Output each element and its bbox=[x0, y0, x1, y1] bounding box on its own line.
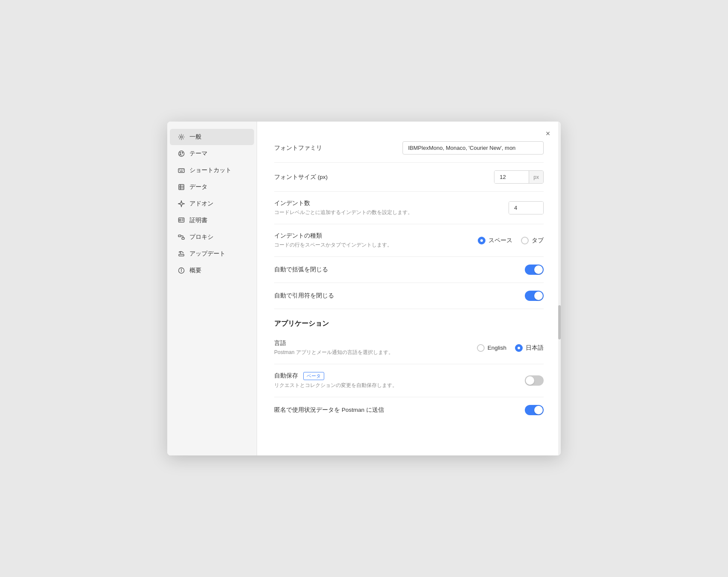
svg-point-25 bbox=[181, 269, 182, 270]
font-family-input[interactable] bbox=[402, 141, 544, 155]
language-label-group: 言語 Postman アプリとメール通知の言語を選択します。 bbox=[274, 339, 477, 356]
language-japanese-radio-circle bbox=[515, 344, 523, 352]
language-sublabel: Postman アプリとメール通知の言語を選択します。 bbox=[274, 349, 477, 356]
language-japanese-radio[interactable]: 日本語 bbox=[515, 344, 544, 352]
main-content: フォントファミリ フォントサイズ (px) px インデント数 コードレベルごと… bbox=[257, 122, 561, 455]
svg-rect-19 bbox=[182, 238, 184, 239]
auto-close-quote-label: 自動で引用符を閉じる bbox=[274, 292, 334, 300]
autosave-row: 自動保存 ベータ リクエストとコレクションの変更を自動保存します。 bbox=[274, 364, 544, 397]
auto-close-quote-row: 自動で引用符を閉じる bbox=[274, 283, 544, 309]
about-icon bbox=[178, 267, 185, 274]
sidebar-label-updates: アップデート bbox=[189, 250, 225, 258]
sidebar-label-certificates: 証明書 bbox=[189, 217, 207, 224]
autosave-sublabel: リクエストとコレクションの変更を自動保存します。 bbox=[274, 382, 525, 389]
indent-type-label: インデントの種類 bbox=[274, 232, 478, 240]
indent-count-input[interactable] bbox=[509, 202, 543, 214]
anonymous-usage-toggle-knob bbox=[534, 406, 543, 414]
language-english-label: English bbox=[488, 345, 506, 351]
sidebar-item-certificates[interactable]: 証明書 bbox=[170, 212, 254, 229]
svg-point-0 bbox=[181, 136, 183, 138]
sidebar-item-about[interactable]: 概要 bbox=[170, 262, 254, 279]
language-row: 言語 Postman アプリとメール通知の言語を選択します。 English 日… bbox=[274, 332, 544, 364]
sidebar-label-general: 一般 bbox=[189, 133, 201, 141]
language-english-radio-circle bbox=[477, 344, 485, 352]
data-icon bbox=[178, 183, 185, 191]
sidebar-item-theme[interactable]: テーマ bbox=[170, 146, 254, 162]
indent-type-tab-label: タブ bbox=[532, 237, 544, 244]
indent-count-row: インデント数 コードレベルごとに追加するインデントの数を設定します。 bbox=[274, 192, 544, 224]
auto-close-bracket-label: 自動で括弧を閉じる bbox=[274, 266, 328, 274]
svg-rect-22 bbox=[179, 254, 184, 256]
indent-count-label: インデント数 bbox=[274, 199, 509, 207]
settings-dialog: × 一般 テーマ bbox=[167, 122, 561, 455]
font-family-row: フォントファミリ bbox=[274, 134, 544, 163]
svg-point-1 bbox=[179, 151, 184, 157]
svg-rect-5 bbox=[178, 169, 184, 173]
sidebar-item-general[interactable]: 一般 bbox=[170, 129, 254, 145]
sidebar: 一般 テーマ bbox=[167, 122, 257, 455]
auto-close-quote-toggle[interactable] bbox=[525, 291, 544, 301]
sidebar-item-shortcuts[interactable]: ショートカット bbox=[170, 162, 254, 178]
sidebar-item-updates[interactable]: アップデート bbox=[170, 246, 254, 262]
sidebar-label-theme: テーマ bbox=[189, 150, 207, 158]
sidebar-item-data[interactable]: データ bbox=[170, 179, 254, 195]
svg-point-2 bbox=[180, 152, 181, 153]
sidebar-item-addons[interactable]: アドオン bbox=[170, 196, 254, 212]
anonymous-usage-toggle[interactable] bbox=[525, 405, 544, 415]
indent-type-tab-radio-circle bbox=[521, 237, 529, 244]
indent-count-label-group: インデント数 コードレベルごとに追加するインデントの数を設定します。 bbox=[274, 199, 509, 216]
scrollbar-thumb[interactable] bbox=[558, 305, 561, 339]
indent-type-tab-radio[interactable]: タブ bbox=[521, 237, 544, 244]
svg-rect-18 bbox=[178, 235, 181, 237]
indent-type-row: インデントの種類 コードの行をスペースかタブでインデントします。 スペース タブ bbox=[274, 224, 544, 257]
sidebar-label-data: データ bbox=[189, 183, 207, 191]
font-family-label: フォントファミリ bbox=[274, 144, 322, 152]
font-size-label: フォントサイズ (px) bbox=[274, 173, 328, 181]
indent-type-radio-group: スペース タブ bbox=[478, 237, 544, 244]
certificate-icon bbox=[178, 217, 185, 224]
font-size-input[interactable] bbox=[494, 171, 529, 183]
autosave-label: 自動保存 ベータ bbox=[274, 372, 525, 380]
autosave-toggle[interactable] bbox=[525, 375, 544, 386]
sidebar-label-about: 概要 bbox=[189, 267, 201, 274]
sparkle-icon bbox=[178, 200, 185, 208]
scrollbar bbox=[558, 122, 561, 455]
indent-count-sublabel: コードレベルごとに追加するインデントの数を設定します。 bbox=[274, 209, 509, 216]
sidebar-item-proxy[interactable]: プロキシ bbox=[170, 229, 254, 245]
font-size-unit: px bbox=[529, 171, 543, 183]
language-label: 言語 bbox=[274, 339, 477, 347]
indent-type-space-label: スペース bbox=[488, 237, 512, 244]
auto-close-bracket-toggle[interactable] bbox=[525, 265, 544, 275]
svg-rect-10 bbox=[179, 184, 184, 190]
indent-type-space-radio-circle bbox=[478, 237, 485, 244]
auto-close-bracket-row: 自動で括弧を閉じる bbox=[274, 257, 544, 283]
language-radio-group: English 日本語 bbox=[477, 344, 544, 352]
autosave-label-group: 自動保存 ベータ リクエストとコレクションの変更を自動保存します。 bbox=[274, 372, 525, 389]
autosave-toggle-knob bbox=[526, 376, 534, 385]
keyboard-icon bbox=[178, 167, 185, 174]
language-english-radio[interactable]: English bbox=[477, 344, 506, 352]
svg-point-15 bbox=[179, 219, 181, 221]
font-size-row: フォントサイズ (px) px bbox=[274, 163, 544, 192]
sidebar-label-shortcuts: ショートカット bbox=[189, 167, 231, 174]
svg-point-3 bbox=[182, 152, 183, 153]
indent-count-input-group bbox=[509, 201, 544, 214]
language-japanese-label: 日本語 bbox=[526, 344, 544, 352]
auto-close-bracket-toggle-knob bbox=[534, 265, 543, 274]
application-section-header: アプリケーション bbox=[274, 309, 544, 332]
update-icon bbox=[178, 250, 185, 258]
indent-type-sublabel: コードの行をスペースかタブでインデントします。 bbox=[274, 241, 478, 249]
font-size-input-group: px bbox=[494, 170, 544, 184]
anonymous-usage-row: 匿名で使用状況データを Postman に送信 bbox=[274, 397, 544, 423]
proxy-icon bbox=[178, 233, 185, 241]
auto-close-quote-toggle-knob bbox=[534, 291, 543, 300]
autosave-beta-badge: ベータ bbox=[303, 372, 324, 380]
indent-type-space-radio[interactable]: スペース bbox=[478, 237, 512, 244]
anonymous-usage-label: 匿名で使用状況データを Postman に送信 bbox=[274, 406, 384, 414]
palette-icon bbox=[178, 150, 185, 158]
indent-type-label-group: インデントの種類 コードの行をスペースかタブでインデントします。 bbox=[274, 232, 478, 249]
gear-icon bbox=[178, 133, 185, 141]
sidebar-label-addons: アドオン bbox=[189, 200, 213, 208]
sidebar-label-proxy: プロキシ bbox=[189, 233, 213, 241]
svg-point-4 bbox=[180, 154, 181, 155]
